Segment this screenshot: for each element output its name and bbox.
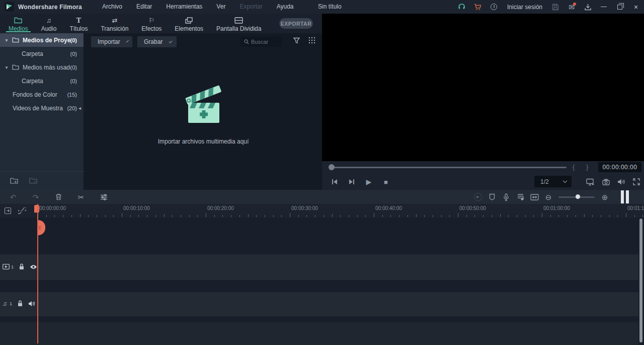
tab-efectos[interactable]: ⚐Efectos bbox=[135, 14, 168, 33]
scrub-handle[interactable] bbox=[329, 164, 335, 170]
zoom-out-icon[interactable]: ⊖ bbox=[541, 193, 555, 201]
tab-medios[interactable]: Medios bbox=[2, 14, 35, 33]
tab-titulos[interactable]: TTítulos bbox=[63, 14, 94, 33]
zoom-in-icon[interactable]: ⊕ bbox=[598, 193, 612, 201]
timeline-ruler[interactable]: 00:00:00:0000:00:10:0000:00:20:0000:00:3… bbox=[0, 204, 644, 218]
media-empty-state[interactable]: Importar archivos multimedia aquí bbox=[85, 84, 322, 145]
folder-icon bbox=[12, 64, 19, 70]
previous-frame-button[interactable] bbox=[326, 175, 343, 188]
sidebar-footer bbox=[0, 171, 84, 189]
menu-exportar[interactable]: Exportar bbox=[232, 0, 269, 14]
preview-quality-dropdown[interactable]: 1/2 bbox=[534, 176, 572, 187]
elements-icon bbox=[185, 17, 193, 24]
tab-elementos[interactable]: Elementos bbox=[168, 14, 210, 33]
paste-board-icon[interactable] bbox=[4, 207, 12, 215]
tab-audio[interactable]: ♫Audio bbox=[35, 14, 63, 33]
undo-icon[interactable]: ↶ bbox=[6, 193, 20, 201]
titlebar-right: ! Iniciar sesión ✉ × bbox=[454, 0, 644, 14]
menu-herramientas[interactable]: Herramientas bbox=[159, 0, 209, 14]
sidebar-item-list: ▾Medios de Proyect(0)Carpeta(0)▾Medios m… bbox=[0, 33, 84, 115]
volume-icon[interactable] bbox=[617, 178, 625, 185]
marker-icon[interactable] bbox=[485, 193, 499, 200]
add-folder-icon[interactable] bbox=[10, 177, 18, 184]
delete-folder-icon[interactable] bbox=[29, 177, 37, 184]
ruler-label: 00:00:10:00 bbox=[123, 205, 150, 211]
timeline-vertical-scrollbar[interactable] bbox=[639, 219, 642, 342]
sidebar-item-medios-de-proyect[interactable]: ▾Medios de Proyect(0) bbox=[0, 33, 84, 47]
mark-out-button[interactable]: } bbox=[586, 163, 588, 171]
fullscreen-icon[interactable] bbox=[633, 178, 640, 185]
play-button[interactable]: ▶ bbox=[360, 175, 377, 188]
tab-pantalla-dividida[interactable]: Pantalla Dividida bbox=[210, 14, 268, 33]
chevron-down-icon bbox=[126, 40, 129, 42]
import-hint-text: Importar archivos multimedia aquí bbox=[85, 138, 322, 145]
redo-icon[interactable]: ↷ bbox=[29, 193, 43, 201]
mark-in-button[interactable]: { bbox=[573, 163, 575, 171]
timeline-body[interactable]: 1 ♫ 1 bbox=[0, 218, 644, 345]
sidebar-item-carpeta[interactable]: Carpeta(0) bbox=[0, 47, 84, 60]
sidebar-item-fondos-de-color[interactable]: Fondos de Color(15) bbox=[0, 88, 84, 101]
timecode-display: 00:00:00:00 bbox=[598, 162, 641, 172]
track-height-bars-icon[interactable] bbox=[621, 190, 629, 203]
media-sidebar: ▾Medios de Proyect(0)Carpeta(0)▾Medios m… bbox=[0, 33, 84, 190]
scrub-track[interactable] bbox=[330, 167, 567, 168]
adjust-sliders-icon[interactable] bbox=[97, 194, 111, 200]
filter-icon[interactable] bbox=[293, 37, 300, 44]
sidebar-item-carpeta[interactable]: Carpeta(0) bbox=[0, 74, 84, 88]
voiceover-mic-icon[interactable] bbox=[499, 193, 513, 201]
close-button[interactable]: × bbox=[628, 0, 644, 14]
sidebar-item-medios-mas-usados[interactable]: ▾Medios más usados(0) bbox=[0, 60, 84, 74]
menu-editar[interactable]: Editar bbox=[129, 0, 159, 14]
cart-icon[interactable] bbox=[470, 0, 486, 14]
audio-track-lane[interactable] bbox=[0, 292, 638, 316]
snapshot-camera-icon[interactable] bbox=[602, 179, 610, 185]
mute-speaker-icon[interactable] bbox=[28, 301, 35, 307]
timeline-zoom-slider[interactable] bbox=[558, 196, 595, 198]
audio-mixer-icon[interactable] bbox=[513, 193, 527, 200]
app-name: Wondershare Filmora bbox=[18, 4, 82, 11]
sidebar-collapse-arrow-icon[interactable]: ◂ bbox=[78, 105, 81, 111]
keyframe-fit-icon[interactable] bbox=[527, 194, 541, 200]
zoom-slider-handle[interactable] bbox=[576, 194, 580, 199]
grid-view-icon[interactable] bbox=[308, 37, 315, 44]
render-preview-icon[interactable]: ▶ bbox=[471, 193, 485, 201]
document-title: Sin título bbox=[318, 0, 342, 14]
text-icon: T bbox=[76, 17, 81, 24]
delete-icon[interactable] bbox=[51, 193, 65, 200]
restore-button[interactable] bbox=[612, 0, 628, 14]
playhead-flag[interactable] bbox=[34, 205, 39, 213]
export-button[interactable]: EXPORTAR bbox=[279, 18, 313, 29]
menu-ayuda[interactable]: Ayuda bbox=[270, 0, 301, 14]
minimize-button[interactable] bbox=[596, 0, 612, 14]
info-icon[interactable]: ! bbox=[486, 0, 502, 14]
search-input[interactable] bbox=[251, 39, 279, 45]
sidebar-item-videos-de-muestra[interactable]: Videos de Muestra(20) bbox=[0, 101, 84, 115]
preview-screen bbox=[322, 14, 644, 161]
mail-icon[interactable]: ✉ bbox=[564, 0, 580, 14]
login-button[interactable]: Iniciar sesión bbox=[502, 4, 547, 11]
lock-icon[interactable] bbox=[18, 300, 23, 307]
video-track-lane[interactable] bbox=[0, 254, 638, 280]
record-dropdown[interactable]: Grabar bbox=[137, 36, 177, 47]
eye-visibility-icon[interactable] bbox=[30, 264, 37, 269]
download-icon[interactable] bbox=[580, 0, 596, 14]
item-count: (0) bbox=[70, 78, 77, 84]
link-icon[interactable] bbox=[18, 208, 26, 214]
music-note-icon: ♫ bbox=[46, 17, 51, 24]
dual-monitor-icon[interactable] bbox=[586, 178, 595, 186]
lock-icon[interactable] bbox=[19, 263, 24, 270]
expander-icon[interactable]: ▾ bbox=[4, 38, 9, 43]
split-scissors-icon[interactable]: ✂ bbox=[74, 193, 88, 201]
stop-button[interactable]: ■ bbox=[377, 175, 394, 188]
menu-archivo[interactable]: Archivo bbox=[95, 0, 129, 14]
item-count: (0) bbox=[70, 37, 77, 43]
expander-icon[interactable]: ▾ bbox=[4, 65, 9, 70]
save-icon[interactable] bbox=[547, 0, 564, 14]
search-box[interactable] bbox=[240, 37, 282, 47]
tab-transicion[interactable]: ⇄Transición bbox=[94, 14, 135, 33]
menu-ver[interactable]: Ver bbox=[209, 0, 232, 14]
import-dropdown[interactable]: Importar bbox=[91, 36, 132, 47]
timeline-toolbar: ↶ ↷ ✂ ▶ bbox=[0, 190, 644, 204]
support-headset-icon[interactable] bbox=[454, 0, 470, 14]
next-frame-button[interactable] bbox=[343, 175, 360, 188]
